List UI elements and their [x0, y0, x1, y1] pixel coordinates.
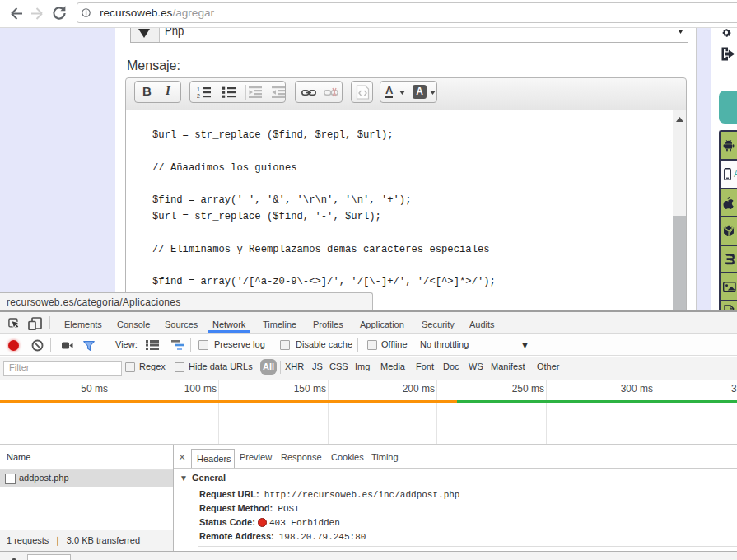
svg-text:2: 2 [197, 93, 200, 98]
svg-text:1: 1 [197, 86, 200, 92]
